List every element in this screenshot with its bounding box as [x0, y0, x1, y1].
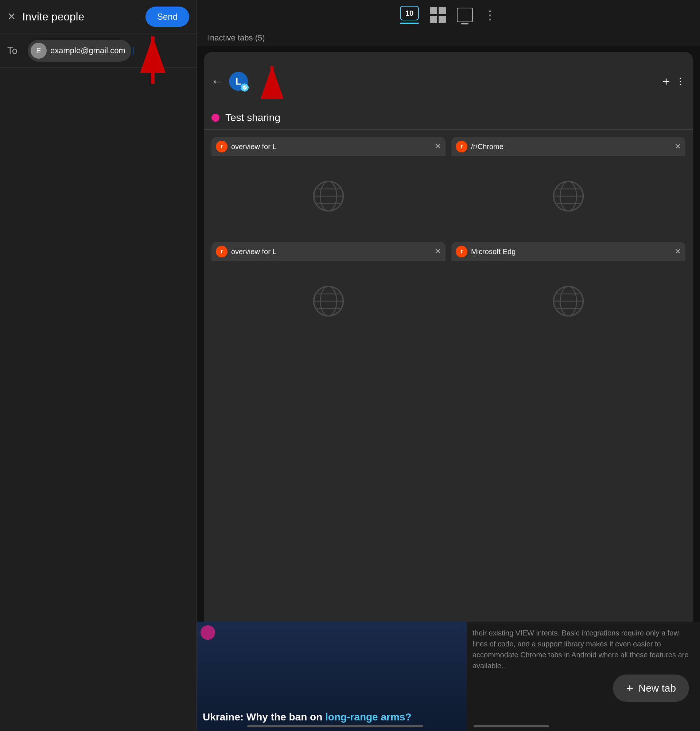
new-tab-button[interactable]: + New tab — [613, 674, 689, 702]
tab-title: Microsoft Edg — [471, 248, 671, 256]
tab-count[interactable]: 10 — [400, 6, 419, 21]
group-more-button[interactable]: ⋮ — [676, 76, 685, 87]
tab-card[interactable]: r overview for L ✕ — [211, 137, 446, 236]
tab-close-button[interactable]: ✕ — [434, 248, 441, 255]
tab-card-header: r overview for L ✕ — [211, 242, 446, 261]
grid-cell — [430, 7, 437, 14]
tab-preview — [211, 261, 446, 341]
group-arrow — [254, 59, 290, 103]
tab-title: overview for L — [231, 142, 431, 151]
email-chip[interactable]: E example@gmail.com — [28, 40, 131, 62]
tab-card-header: r overview for L ✕ — [211, 137, 446, 156]
group-avatar[interactable]: L — [229, 72, 248, 91]
inactive-tabs-label: Inactive tabs (5) — [197, 29, 700, 46]
reddit-favicon: r — [456, 141, 467, 153]
group-color-dot — [211, 114, 220, 122]
scroll-right — [474, 725, 549, 727]
tab-count-item[interactable]: 10 — [400, 6, 419, 24]
device-icon[interactable] — [457, 8, 473, 22]
tab-title: /r/Chrome — [471, 142, 671, 151]
right-panel: 10 ⋮ Inactive tabs (5) ← L — [197, 0, 700, 731]
tab-preview — [211, 156, 446, 236]
invite-title: Invite people — [22, 10, 145, 23]
tab-preview — [451, 156, 685, 236]
bottom-area: Ukraine: Why the ban on long-range arms?… — [197, 622, 700, 731]
grid-cell — [439, 7, 446, 14]
group-title: Test sharing — [225, 112, 280, 123]
email-text: example@gmail.com — [50, 46, 125, 56]
tab-close-button[interactable]: ✕ — [434, 142, 441, 151]
tabs-grid: r overview for L ✕ r — [204, 130, 693, 349]
news-headline: Ukraine: Why the ban on long-range arms? — [203, 710, 461, 724]
group-new-tab-button[interactable]: + — [662, 74, 670, 89]
email-avatar: E — [31, 43, 47, 59]
new-tab-label: New tab — [638, 683, 676, 694]
tab-bar: 10 ⋮ — [197, 0, 700, 29]
reddit-favicon: r — [456, 246, 467, 257]
tab-close-button[interactable]: ✕ — [675, 142, 681, 151]
to-row: To E example@gmail.com — [0, 34, 197, 68]
back-button[interactable]: ← — [211, 75, 223, 87]
send-button[interactable]: Send — [145, 7, 189, 27]
tab-grid-item[interactable] — [430, 7, 446, 23]
invite-panel: ✕ Invite people Send To E example@gmail.… — [0, 0, 197, 731]
text-cursor — [133, 47, 134, 55]
plus-icon: + — [626, 681, 633, 695]
globe-icon — [312, 285, 345, 317]
tab-preview — [451, 261, 685, 341]
tab-card[interactable]: r Microsoft Edg ✕ — [451, 242, 685, 341]
invite-header: ✕ Invite people Send — [0, 0, 197, 34]
tab-underline — [400, 23, 419, 24]
reddit-favicon: r — [216, 246, 227, 257]
sync-badge — [241, 84, 249, 91]
bottom-news-image: Ukraine: Why the ban on long-range arms? — [197, 622, 467, 731]
grid-cell — [430, 16, 437, 23]
arrow-container — [254, 59, 290, 104]
tab-close-button[interactable]: ✕ — [675, 248, 681, 255]
avatar-letter: L — [236, 76, 241, 87]
tab-card-header: r Microsoft Edg ✕ — [451, 242, 685, 261]
tab-card[interactable]: r /r/Chrome ✕ — [451, 137, 685, 236]
reddit-favicon: r — [216, 141, 227, 153]
tab-device-item[interactable] — [457, 8, 473, 22]
to-label: To — [7, 45, 22, 57]
bottom-text-content: their existing VIEW intents. Basic integ… — [473, 627, 694, 671]
scroll-left — [247, 725, 423, 727]
group-title-row: Test sharing — [204, 110, 693, 130]
globe-icon — [552, 180, 585, 213]
tab-more-button[interactable]: ⋮ — [484, 8, 497, 22]
news-text: Ukraine: Why the ban on long-range arms? — [203, 710, 461, 724]
close-button[interactable]: ✕ — [7, 12, 16, 22]
tab-card-header: r /r/Chrome ✕ — [451, 137, 685, 156]
group-header: ← L — [204, 52, 693, 110]
tab-title: overview for L — [231, 248, 431, 256]
news-link[interactable]: long-range arms? — [325, 711, 411, 723]
globe-icon — [312, 180, 345, 213]
grid-cell — [439, 16, 446, 23]
tab-card[interactable]: r overview for L ✕ — [211, 242, 446, 341]
tab-grid-icon[interactable] — [430, 7, 446, 23]
globe-icon — [552, 285, 585, 317]
bottom-favicon — [201, 625, 215, 640]
